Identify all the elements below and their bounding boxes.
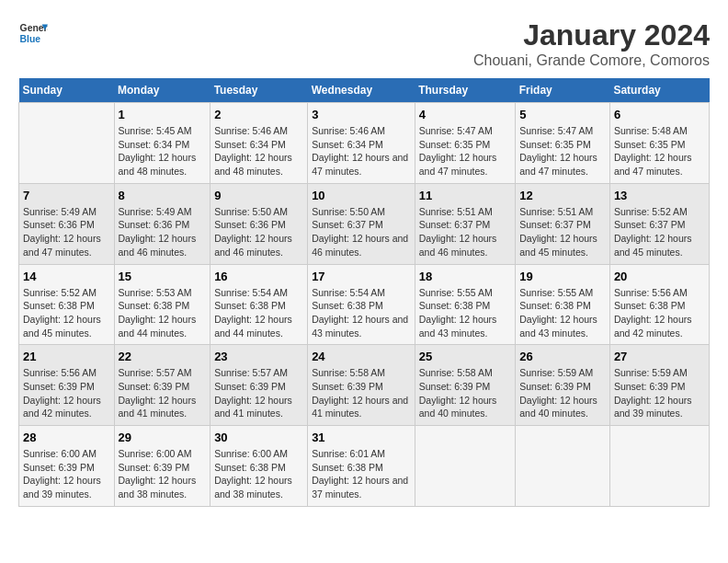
day-info: Sunrise: 5:49 AMSunset: 6:36 PMDaylight:… [23, 205, 110, 259]
calendar-subtitle: Chouani, Grande Comore, Comoros [473, 52, 710, 69]
logo-icon: General Blue [18, 18, 48, 48]
header-monday: Monday [114, 78, 210, 103]
day-number: 15 [119, 270, 207, 283]
day-info: Sunrise: 5:57 AMSunset: 6:39 PMDaylight:… [119, 366, 207, 420]
calendar-cell: 30Sunrise: 6:00 AMSunset: 6:38 PMDayligh… [210, 426, 308, 507]
calendar-cell: 13Sunrise: 5:52 AMSunset: 6:37 PMDayligh… [609, 183, 709, 264]
day-info: Sunrise: 5:51 AMSunset: 6:37 PMDaylight:… [519, 205, 606, 259]
day-number: 1 [119, 108, 207, 121]
day-info: Sunrise: 5:58 AMSunset: 6:39 PMDaylight:… [312, 366, 411, 420]
day-info: Sunrise: 6:00 AMSunset: 6:38 PMDaylight:… [214, 447, 303, 501]
day-number: 6 [614, 108, 705, 121]
day-number: 13 [614, 189, 705, 202]
calendar-cell: 23Sunrise: 5:57 AMSunset: 6:39 PMDayligh… [210, 345, 308, 426]
day-info: Sunrise: 5:47 AMSunset: 6:35 PMDaylight:… [419, 124, 512, 178]
day-info: Sunrise: 5:56 AMSunset: 6:39 PMDaylight:… [23, 366, 110, 420]
calendar-cell: 24Sunrise: 5:58 AMSunset: 6:39 PMDayligh… [308, 345, 415, 426]
day-info: Sunrise: 5:54 AMSunset: 6:38 PMDaylight:… [214, 286, 303, 340]
calendar-cell: 25Sunrise: 5:58 AMSunset: 6:39 PMDayligh… [415, 345, 516, 426]
calendar-cell: 1Sunrise: 5:45 AMSunset: 6:34 PMDaylight… [114, 103, 210, 184]
week-row-2: 7Sunrise: 5:49 AMSunset: 6:36 PMDaylight… [19, 183, 710, 264]
day-number: 30 [214, 431, 303, 444]
day-number: 4 [419, 108, 512, 121]
calendar-cell: 11Sunrise: 5:51 AMSunset: 6:37 PMDayligh… [415, 183, 516, 264]
calendar-cell: 22Sunrise: 5:57 AMSunset: 6:39 PMDayligh… [114, 345, 210, 426]
page-header: General Blue January 2024 Chouani, Grand… [18, 18, 710, 69]
header-wednesday: Wednesday [308, 78, 415, 103]
calendar-cell [609, 426, 709, 507]
day-info: Sunrise: 5:59 AMSunset: 6:39 PMDaylight:… [614, 366, 705, 420]
calendar-title: January 2024 [473, 18, 710, 52]
calendar-cell: 10Sunrise: 5:50 AMSunset: 6:37 PMDayligh… [308, 183, 415, 264]
day-info: Sunrise: 5:47 AMSunset: 6:35 PMDaylight:… [519, 124, 606, 178]
day-number: 24 [312, 350, 411, 363]
day-number: 10 [312, 189, 411, 202]
calendar-cell [415, 426, 516, 507]
calendar-cell: 17Sunrise: 5:54 AMSunset: 6:38 PMDayligh… [308, 264, 415, 345]
calendar-cell: 26Sunrise: 5:59 AMSunset: 6:39 PMDayligh… [516, 345, 610, 426]
day-number: 26 [519, 350, 606, 363]
week-row-3: 14Sunrise: 5:52 AMSunset: 6:38 PMDayligh… [19, 264, 710, 345]
day-number: 18 [419, 270, 512, 283]
day-info: Sunrise: 5:52 AMSunset: 6:37 PMDaylight:… [614, 205, 705, 259]
day-info: Sunrise: 6:00 AMSunset: 6:39 PMDaylight:… [23, 447, 110, 501]
day-info: Sunrise: 5:53 AMSunset: 6:38 PMDaylight:… [119, 286, 207, 340]
header-friday: Friday [516, 78, 610, 103]
svg-text:Blue: Blue [20, 34, 41, 44]
header-thursday: Thursday [415, 78, 516, 103]
day-info: Sunrise: 5:55 AMSunset: 6:38 PMDaylight:… [519, 286, 606, 340]
day-info: Sunrise: 6:01 AMSunset: 6:38 PMDaylight:… [312, 447, 411, 501]
day-info: Sunrise: 5:46 AMSunset: 6:34 PMDaylight:… [214, 124, 303, 178]
calendar-cell: 3Sunrise: 5:46 AMSunset: 6:34 PMDaylight… [308, 103, 415, 184]
day-info: Sunrise: 5:49 AMSunset: 6:36 PMDaylight:… [119, 205, 207, 259]
day-number: 5 [519, 108, 606, 121]
calendar-cell [516, 426, 610, 507]
logo: General Blue [18, 18, 48, 48]
calendar-cell: 8Sunrise: 5:49 AMSunset: 6:36 PMDaylight… [114, 183, 210, 264]
day-number: 16 [214, 270, 303, 283]
day-number: 19 [519, 270, 606, 283]
calendar-cell: 18Sunrise: 5:55 AMSunset: 6:38 PMDayligh… [415, 264, 516, 345]
day-number: 21 [23, 350, 110, 363]
day-info: Sunrise: 6:00 AMSunset: 6:39 PMDaylight:… [119, 447, 207, 501]
day-number: 3 [312, 108, 411, 121]
header-tuesday: Tuesday [210, 78, 308, 103]
calendar-cell: 15Sunrise: 5:53 AMSunset: 6:38 PMDayligh… [114, 264, 210, 345]
calendar-cell: 16Sunrise: 5:54 AMSunset: 6:38 PMDayligh… [210, 264, 308, 345]
day-number: 31 [312, 431, 411, 444]
day-number: 20 [614, 270, 705, 283]
calendar-cell: 4Sunrise: 5:47 AMSunset: 6:35 PMDaylight… [415, 103, 516, 184]
day-info: Sunrise: 5:50 AMSunset: 6:36 PMDaylight:… [214, 205, 303, 259]
day-info: Sunrise: 5:58 AMSunset: 6:39 PMDaylight:… [419, 366, 512, 420]
calendar-cell: 12Sunrise: 5:51 AMSunset: 6:37 PMDayligh… [516, 183, 610, 264]
day-info: Sunrise: 5:55 AMSunset: 6:38 PMDaylight:… [419, 286, 512, 340]
day-number: 28 [23, 431, 110, 444]
day-info: Sunrise: 5:45 AMSunset: 6:34 PMDaylight:… [119, 124, 207, 178]
day-number: 11 [419, 189, 512, 202]
calendar-cell: 31Sunrise: 6:01 AMSunset: 6:38 PMDayligh… [308, 426, 415, 507]
calendar-cell: 6Sunrise: 5:48 AMSunset: 6:35 PMDaylight… [609, 103, 709, 184]
day-number: 25 [419, 350, 512, 363]
day-number: 12 [519, 189, 606, 202]
calendar-cell: 19Sunrise: 5:55 AMSunset: 6:38 PMDayligh… [516, 264, 610, 345]
week-row-1: 1Sunrise: 5:45 AMSunset: 6:34 PMDaylight… [19, 103, 710, 184]
calendar-cell: 20Sunrise: 5:56 AMSunset: 6:38 PMDayligh… [609, 264, 709, 345]
day-info: Sunrise: 5:52 AMSunset: 6:38 PMDaylight:… [23, 286, 110, 340]
day-number: 27 [614, 350, 705, 363]
day-number: 9 [214, 189, 303, 202]
calendar-cell: 5Sunrise: 5:47 AMSunset: 6:35 PMDaylight… [516, 103, 610, 184]
calendar-cell: 27Sunrise: 5:59 AMSunset: 6:39 PMDayligh… [609, 345, 709, 426]
calendar-cell: 14Sunrise: 5:52 AMSunset: 6:38 PMDayligh… [19, 264, 115, 345]
day-info: Sunrise: 5:54 AMSunset: 6:38 PMDaylight:… [312, 286, 411, 340]
calendar-cell: 7Sunrise: 5:49 AMSunset: 6:36 PMDaylight… [19, 183, 115, 264]
day-number: 14 [23, 270, 110, 283]
day-info: Sunrise: 5:57 AMSunset: 6:39 PMDaylight:… [214, 366, 303, 420]
calendar-cell: 28Sunrise: 6:00 AMSunset: 6:39 PMDayligh… [19, 426, 115, 507]
calendar-table: SundayMondayTuesdayWednesdayThursdayFrid… [18, 78, 710, 507]
day-info: Sunrise: 5:59 AMSunset: 6:39 PMDaylight:… [519, 366, 606, 420]
day-number: 23 [214, 350, 303, 363]
day-info: Sunrise: 5:50 AMSunset: 6:37 PMDaylight:… [312, 205, 411, 259]
header-sunday: Sunday [19, 78, 115, 103]
calendar-cell: 21Sunrise: 5:56 AMSunset: 6:39 PMDayligh… [19, 345, 115, 426]
day-number: 2 [214, 108, 303, 121]
